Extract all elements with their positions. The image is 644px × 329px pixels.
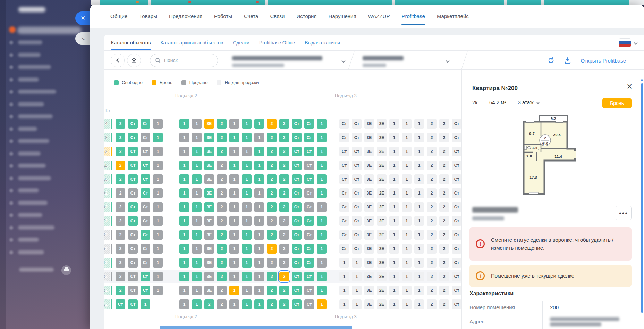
apartment-cell[interactable]: 1 bbox=[192, 119, 202, 129]
apartment-cell[interactable]: 2 bbox=[217, 202, 227, 212]
apartment-cell[interactable]: 2 bbox=[116, 119, 125, 129]
apartment-cell[interactable]: 1 bbox=[153, 147, 163, 156]
sidebar-item[interactable] bbox=[0, 89, 91, 97]
apartment-cell[interactable]: 2 bbox=[279, 216, 289, 226]
apartment-cell[interactable]: 1 bbox=[317, 258, 327, 268]
apartment-cell[interactable]: 1 bbox=[242, 230, 252, 240]
apartment-cell[interactable]: 2 bbox=[217, 147, 227, 156]
apartment-cell[interactable]: 1 bbox=[179, 161, 189, 170]
apartment-cell[interactable]: Ст bbox=[292, 119, 302, 129]
apartment-cell[interactable]: 2 bbox=[217, 258, 227, 268]
apartment-cell[interactable]: 2 bbox=[267, 230, 277, 240]
apartment-cell[interactable]: 2 bbox=[267, 258, 277, 268]
apartment-cell[interactable]: Ст bbox=[141, 258, 150, 268]
sidebar-item[interactable] bbox=[0, 114, 91, 122]
apartment-cell[interactable]: 1 bbox=[317, 188, 327, 198]
apartment-cell[interactable]: 1 bbox=[192, 133, 202, 142]
sidebar-item[interactable] bbox=[0, 126, 91, 134]
apartment-cell[interactable]: 2 bbox=[279, 147, 289, 156]
search-field[interactable] bbox=[150, 54, 218, 67]
apartment-cell[interactable]: 1 bbox=[192, 286, 202, 295]
more-actions-button[interactable]: ●●● bbox=[616, 206, 632, 220]
subtab-Сделки[interactable]: Сделки bbox=[233, 35, 249, 50]
apartment-cell[interactable]: Ст bbox=[128, 230, 138, 240]
apartment-cell[interactable]: 1 bbox=[254, 188, 264, 198]
tab-Связи[interactable]: Связи bbox=[270, 5, 285, 28]
apartment-cell[interactable]: 3Е bbox=[204, 119, 214, 129]
apartment-cell[interactable]: 3Е bbox=[204, 286, 214, 295]
download-icon[interactable] bbox=[564, 57, 571, 64]
apartment-cell[interactable]: 1 bbox=[153, 216, 163, 226]
apartment-cell[interactable]: 1 bbox=[242, 258, 252, 268]
apartment-cell[interactable]: 2 bbox=[279, 133, 289, 142]
apartment-cell[interactable]: Ст bbox=[292, 202, 302, 212]
apartment-cell[interactable]: 1 bbox=[229, 216, 239, 226]
sidebar-item[interactable] bbox=[0, 200, 91, 208]
apartment-cell[interactable]: Ст bbox=[128, 202, 138, 212]
sidebar-item[interactable] bbox=[0, 138, 91, 147]
apartment-cell[interactable]: 1 bbox=[242, 188, 252, 198]
apartment-cell[interactable]: 1 bbox=[192, 272, 202, 281]
apartment-cell[interactable]: Ст bbox=[304, 188, 314, 198]
apartment-cell[interactable]: 2 bbox=[267, 299, 277, 309]
apartment-cell[interactable]: 2 bbox=[267, 272, 277, 281]
apartment-cell[interactable]: Ст bbox=[292, 188, 302, 198]
tab-Profitbase[interactable]: Profitbase bbox=[401, 5, 425, 28]
apartment-cell[interactable]: Ст bbox=[304, 147, 314, 156]
tab-Предложения[interactable]: Предложения bbox=[169, 5, 202, 28]
close-slider-button[interactable]: ✕ bbox=[75, 11, 91, 25]
apartment-cell[interactable]: 1 bbox=[242, 216, 252, 226]
apartment-cell[interactable]: Ст bbox=[141, 286, 150, 295]
apartment-cell[interactable]: Ст bbox=[304, 230, 314, 240]
apartment-cell[interactable]: 3Е bbox=[204, 174, 214, 184]
tab-История[interactable]: История bbox=[296, 5, 316, 28]
apartment-cell[interactable]: 1 bbox=[153, 161, 163, 170]
apartment-cell[interactable]: 2 bbox=[279, 286, 289, 295]
apartment-cell[interactable]: 1 bbox=[242, 133, 252, 142]
apartment-cell[interactable]: 2 bbox=[217, 272, 227, 281]
apartment-cell[interactable]: 3Е bbox=[204, 133, 214, 142]
apartment-cell[interactable]: 2 bbox=[267, 161, 277, 170]
apartment-cell[interactable]: 3Е bbox=[204, 147, 214, 156]
apartment-cell[interactable]: 1 bbox=[229, 299, 239, 309]
apartment-cell[interactable]: 1 bbox=[192, 174, 202, 184]
apartment-cell[interactable]: Ст bbox=[292, 299, 302, 309]
apartment-cell[interactable]: 1 bbox=[242, 161, 252, 170]
apartment-cell[interactable]: Ст bbox=[128, 161, 138, 170]
printer-icon[interactable] bbox=[61, 265, 71, 275]
apartment-cell[interactable]: 3Е bbox=[204, 202, 214, 212]
apartment-cell[interactable]: Ст bbox=[304, 286, 314, 295]
back-button[interactable] bbox=[111, 54, 125, 67]
subtab-Выдача ключей[interactable]: Выдача ключей bbox=[305, 35, 340, 50]
apartment-cell[interactable]: 2 bbox=[217, 244, 227, 254]
apartment-cell[interactable]: 1 bbox=[317, 133, 327, 142]
apartment-cell[interactable]: 1 bbox=[317, 119, 327, 129]
apartment-cell[interactable]: Ст bbox=[304, 202, 314, 212]
tab-Роботы[interactable]: Роботы bbox=[214, 5, 232, 28]
apartment-cell[interactable]: 1 bbox=[153, 272, 163, 281]
tab-Общие[interactable]: Общие bbox=[110, 5, 127, 28]
apartment-cell[interactable]: 1 bbox=[254, 258, 264, 268]
apartment-cell[interactable]: 1 bbox=[192, 258, 202, 268]
sidebar-item-active[interactable] bbox=[17, 27, 82, 34]
apartment-cell[interactable]: Ст bbox=[292, 161, 302, 170]
apartment-cell[interactable]: 1 bbox=[153, 133, 163, 142]
apartment-cell[interactable]: Ст bbox=[141, 202, 150, 212]
apartment-cell[interactable]: 1 bbox=[153, 188, 163, 198]
apartment-cell[interactable]: 2 bbox=[116, 258, 125, 268]
apartment-cell[interactable]: 1 bbox=[179, 244, 189, 254]
subtab-Каталог архивных объектов[interactable]: Каталог архивных объектов bbox=[160, 35, 223, 50]
apartment-cell[interactable]: 1 bbox=[192, 147, 202, 156]
apartment-cell[interactable]: 1 bbox=[141, 299, 150, 309]
chevron-down-icon[interactable] bbox=[446, 59, 449, 63]
apartment-cell[interactable]: 2 bbox=[217, 119, 227, 129]
sidebar-item[interactable] bbox=[0, 188, 91, 196]
apartment-cell[interactable]: Ст bbox=[304, 119, 314, 129]
apartment-cell[interactable]: 1 bbox=[317, 244, 327, 254]
apartment-cell[interactable]: 1 bbox=[179, 202, 189, 212]
apartment-cell[interactable]: 3Е bbox=[204, 188, 214, 198]
language-selector[interactable] bbox=[619, 39, 637, 47]
apartment-cell[interactable]: 1 bbox=[254, 286, 264, 295]
apartment-cell[interactable]: 1 bbox=[317, 147, 327, 156]
apartment-cell[interactable]: 1 bbox=[242, 286, 252, 295]
